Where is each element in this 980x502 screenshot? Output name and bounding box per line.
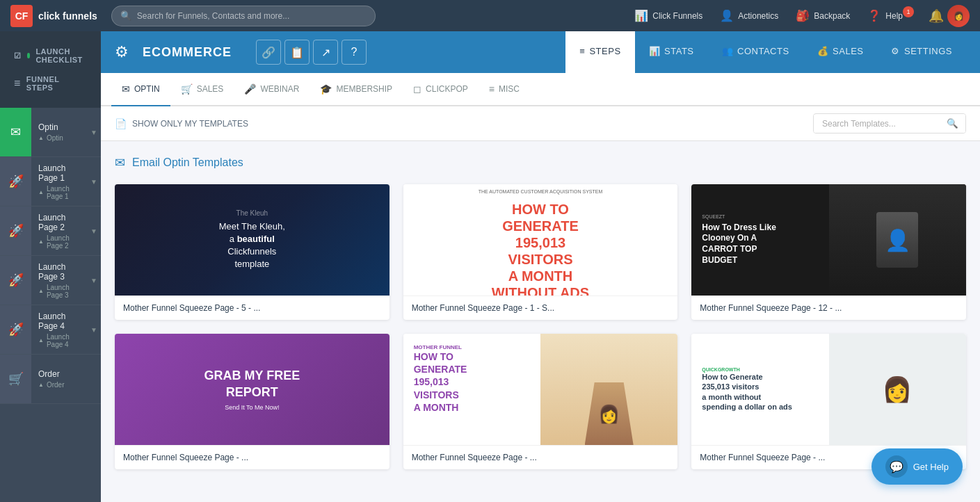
- nav-items: 📊 Click Funnels 👤 Actionetics 🎒 Backpack…: [627, 5, 970, 27]
- main-tab-nav: ≡ STEPS 📊 STATS 👥 CONTACTS 💰 SALES ⚙: [565, 31, 966, 73]
- template-search-box[interactable]: 🔍: [813, 113, 966, 133]
- triangle-icon: ▲: [38, 135, 44, 141]
- launch-checklist-label: LAUNCH CHECKLIST: [35, 47, 87, 64]
- nav-actionetics[interactable]: 👤 Actionetics: [713, 6, 785, 26]
- sales-icon: 💰: [817, 46, 829, 56]
- triangle-icon: ▲: [38, 382, 44, 388]
- template-label-4: Mother Funnel Squeeze Page - ...: [115, 445, 389, 469]
- step-info-launch4: Launch Page 4 ▲ Launch Page 4: [31, 306, 90, 354]
- funnel-steps-label: FUNNEL STEPS: [26, 75, 87, 92]
- step-arrow: ▼: [90, 326, 101, 334]
- top-navigation: CF click funnels 🔍 📊 Click Funnels 👤 Act…: [0, 0, 980, 31]
- nav-backpack[interactable]: 🎒 Backpack: [789, 6, 857, 26]
- template-card-4[interactable]: GRAB MY FREEREPORT Send It To Me Now! Mo…: [115, 334, 389, 469]
- tab-settings[interactable]: ⚙ SETTINGS: [877, 31, 966, 73]
- step-name-launch2: Launch Page 2: [38, 213, 83, 232]
- checklist-icon: ☑: [14, 51, 22, 60]
- optin-icon: ✉: [122, 83, 130, 95]
- triangle-icon: ▲: [38, 337, 44, 343]
- sidebar-step-launch4[interactable]: 🚀 Launch Page 4 ▲ Launch Page 4 ▼: [0, 305, 101, 355]
- sidebar-step-launch3[interactable]: 🚀 Launch Page 3 ▲ Launch Page 3 ▼: [0, 256, 101, 305]
- document-icon: 📄: [115, 118, 127, 129]
- step-name-launch1: Launch Page 1: [38, 163, 83, 183]
- info-icon-btn[interactable]: ?: [342, 40, 367, 65]
- blue-header: ⚙ ECOMMERCE 🔗 📋 ↗ ? ≡ STEPS 📊 STATS 👥: [101, 31, 980, 73]
- template-card-5[interactable]: MOTHER FUNNEL HOW TOGENERATE195,013VISIT…: [403, 334, 678, 469]
- template-search-button[interactable]: 🔍: [940, 114, 965, 133]
- step-icon-launch2: 🚀: [0, 207, 31, 255]
- template-card-2[interactable]: MOTHER FUNNEL SECRETS THE AUTOMATED CUST…: [403, 184, 678, 320]
- nav-actionetics-label: Actionetics: [738, 11, 778, 21]
- tab-contacts[interactable]: 👥 CONTACTS: [708, 31, 803, 73]
- subtab-misc[interactable]: ≡ MISC: [479, 73, 530, 106]
- template-thumb-6: QUICKGROWTH How to Generate235,013 visit…: [691, 334, 966, 445]
- show-my-templates-btn[interactable]: 📄 SHOW ONLY MY TEMPLATES: [115, 118, 248, 129]
- subtab-webinar[interactable]: 🎤 WEBINAR: [234, 73, 310, 106]
- nav-backpack-label: Backpack: [814, 11, 850, 21]
- membership-icon: 🎓: [320, 83, 332, 95]
- logo[interactable]: CF click funnels: [10, 5, 97, 27]
- sidebar-step-order[interactable]: 🛒 Order ▲ Order: [0, 355, 101, 404]
- stats-icon: 📊: [649, 46, 661, 56]
- actionetics-icon: 👤: [720, 9, 734, 22]
- link-icon-btn[interactable]: 🔗: [256, 40, 281, 65]
- section-email-icon: ✉: [115, 155, 125, 170]
- step-icon-optin: ✉: [0, 108, 31, 156]
- nav-click-funnels[interactable]: 📊 Click Funnels: [627, 6, 709, 26]
- misc-icon: ≡: [489, 83, 495, 95]
- template-thumb-2: MOTHER FUNNEL SECRETS THE AUTOMATED CUST…: [403, 184, 678, 295]
- sidebar-step-launch2[interactable]: 🚀 Launch Page 2 ▲ Launch Page 2 ▼: [0, 207, 101, 256]
- step-sub-launch1: ▲ Launch Page 1: [38, 185, 83, 200]
- step-info-order: Order ▲ Order: [31, 364, 101, 394]
- sidebar-step-launch1[interactable]: 🚀 Launch Page 1 ▲ Launch Page 1 ▼: [0, 157, 101, 207]
- step-arrow: ▼: [90, 227, 101, 235]
- help-icon: ❓: [867, 9, 881, 22]
- template-thumb-4: GRAB MY FREEREPORT Send It To Me Now!: [115, 334, 389, 445]
- launch-checklist-item[interactable]: ☑ LAUNCH CHECKLIST: [7, 42, 94, 70]
- template-card-1[interactable]: The Kleuh Meet The Kleuh,a beautifulClic…: [115, 184, 389, 320]
- step-sub-launch4: ▲ Launch Page 4: [38, 333, 83, 348]
- backpack-icon: 🎒: [796, 9, 810, 22]
- step-name-optin: Optin: [38, 122, 83, 132]
- content-area: ⚙ ECOMMERCE 🔗 📋 ↗ ? ≡ STEPS 📊 STATS 👥: [101, 31, 980, 502]
- help-badge: 1: [903, 6, 914, 17]
- global-search[interactable]: 🔍: [111, 6, 376, 26]
- subtab-optin[interactable]: ✉ OPTIN: [111, 73, 170, 106]
- step-name-launch4: Launch Page 4: [38, 311, 83, 331]
- triangle-icon: ▲: [38, 288, 44, 294]
- tab-sales[interactable]: 💰 SALES: [803, 31, 878, 73]
- external-icon-btn[interactable]: ↗: [313, 40, 338, 65]
- contacts-icon: 👥: [722, 46, 734, 56]
- template-thumb-3: SQUEEZT How To Dress LikeClooney On ACAR…: [691, 184, 966, 295]
- search-input[interactable]: [137, 11, 367, 21]
- nav-help[interactable]: ❓ Help 1: [860, 6, 925, 26]
- tab-stats[interactable]: 📊 STATS: [635, 31, 708, 73]
- tab-steps[interactable]: ≡ STEPS: [565, 31, 634, 73]
- get-help-chat-button[interactable]: 💬 Get Help: [871, 448, 963, 485]
- template-search-input[interactable]: [814, 115, 940, 133]
- copy-icon-btn[interactable]: 📋: [284, 40, 310, 65]
- template-thumb-5: MOTHER FUNNEL HOW TOGENERATE195,013VISIT…: [403, 334, 678, 445]
- step-sub-optin: ▲ Optin: [38, 134, 83, 142]
- step-info-launch3: Launch Page 3 ▲ Launch Page 3: [31, 257, 90, 305]
- step-info-optin: Optin ▲ Optin: [31, 117, 90, 147]
- template-label-5: Mother Funnel Squeeze Page - ...: [403, 445, 678, 469]
- sidebar-step-optin[interactable]: ✉ Optin ▲ Optin ▼: [0, 108, 101, 157]
- funnel-steps-item[interactable]: ≡ FUNNEL STEPS: [7, 70, 94, 97]
- template-card-3[interactable]: SQUEEZT How To Dress LikeClooney On ACAR…: [691, 184, 966, 320]
- settings-gear-icon[interactable]: ⚙: [115, 43, 129, 61]
- triangle-icon: ▲: [38, 189, 44, 195]
- subtab-sales[interactable]: 🛒 SALES: [170, 73, 234, 106]
- user-avatar[interactable]: 👩: [947, 5, 970, 27]
- steps-icon: ≡: [579, 46, 585, 56]
- sidebar-top: ☑ LAUNCH CHECKLIST ≡ FUNNEL STEPS: [0, 31, 101, 108]
- search-icon: 🔍: [120, 10, 131, 21]
- subtab-clickpop[interactable]: ◻ CLICKPOP: [403, 73, 479, 106]
- subtab-membership[interactable]: 🎓 MEMBERSHIP: [310, 73, 403, 106]
- step-sub-launch3: ▲ Launch Page 3: [38, 284, 83, 299]
- nav-click-funnels-label: Click Funnels: [652, 11, 702, 21]
- sub-tabs: ✉ OPTIN 🛒 SALES 🎤 WEBINAR 🎓 MEMBERSHIP ◻: [101, 73, 980, 106]
- app-name: click funnels: [38, 10, 97, 22]
- notifications-bell[interactable]: 🔔: [929, 8, 944, 24]
- triangle-icon: ▲: [38, 238, 44, 245]
